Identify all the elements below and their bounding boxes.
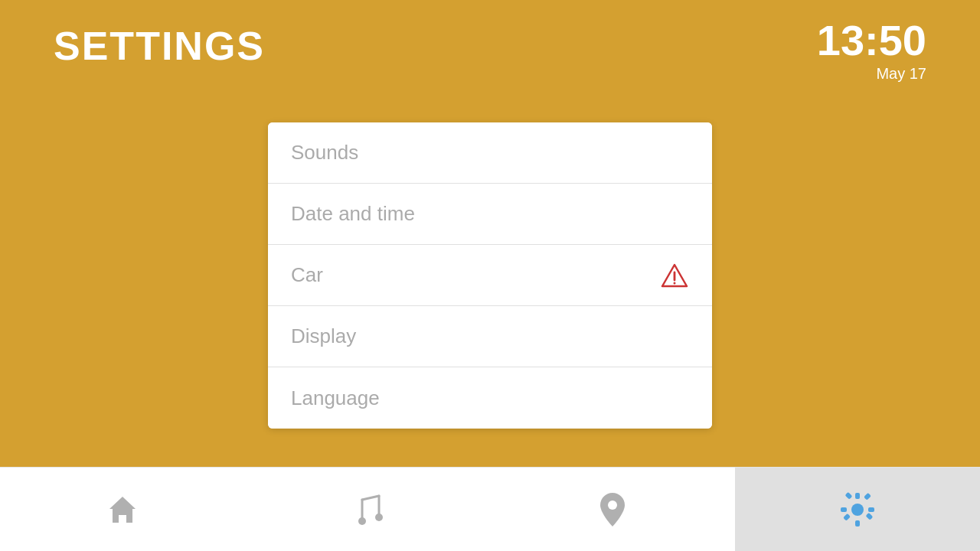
nav-music[interactable]: [245, 468, 490, 551]
menu-item-language-label: Language: [291, 386, 380, 410]
svg-rect-13: [841, 507, 847, 512]
menu-item-display-label: Display: [291, 324, 356, 348]
svg-rect-14: [868, 507, 874, 512]
settings-menu: Sounds Date and time Car Display Languag…: [268, 122, 712, 429]
menu-item-display[interactable]: Display: [268, 306, 712, 367]
clock-time: 13:50: [817, 19, 926, 62]
svg-line-5: [362, 496, 379, 500]
menu-item-car[interactable]: Car: [268, 245, 712, 306]
svg-rect-16: [865, 512, 873, 520]
menu-item-date-and-time[interactable]: Date and time: [268, 184, 712, 245]
svg-rect-15: [845, 491, 853, 499]
menu-item-sounds-label: Sounds: [291, 141, 358, 165]
nav-settings[interactable]: [735, 468, 980, 551]
main-area: SETTINGS 13:50 May 17 Sounds Date and ti…: [0, 0, 980, 467]
svg-point-9: [608, 500, 617, 510]
bottom-nav: [0, 467, 980, 551]
warning-icon: [660, 261, 689, 290]
svg-rect-11: [855, 493, 860, 499]
svg-marker-3: [109, 497, 136, 523]
svg-rect-17: [843, 513, 851, 520]
home-icon: [105, 492, 140, 527]
location-icon: [598, 491, 627, 529]
nav-home[interactable]: [0, 468, 245, 551]
svg-point-8: [375, 514, 383, 521]
svg-rect-12: [855, 520, 860, 527]
menu-item-sounds[interactable]: Sounds: [268, 122, 712, 184]
music-icon: [351, 492, 384, 527]
page-title: SETTINGS: [54, 23, 265, 69]
clock-area: 13:50 May 17: [817, 19, 926, 83]
svg-rect-18: [864, 492, 871, 500]
clock-date: May 17: [817, 65, 926, 83]
nav-location[interactable]: [490, 468, 735, 551]
menu-item-language[interactable]: Language: [268, 367, 712, 429]
svg-point-7: [358, 517, 366, 525]
menu-item-date-label: Date and time: [291, 202, 415, 226]
svg-point-2: [674, 282, 676, 284]
settings-icon: [839, 491, 876, 528]
svg-point-10: [851, 504, 864, 516]
menu-item-car-label: Car: [291, 263, 323, 287]
